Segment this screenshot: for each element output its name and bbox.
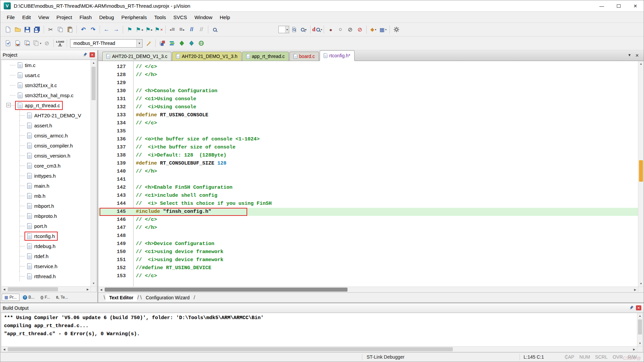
debug-windows-button[interactable]: ▦▾ — [378, 24, 388, 35]
configure-button[interactable] — [391, 24, 401, 35]
find-combobox[interactable]: ▼ — [278, 26, 289, 33]
bookmark-clear-all-button[interactable]: ⚑✕ — [154, 24, 164, 35]
scroll-up-button[interactable]: ▲ — [638, 61, 644, 67]
mode-tab-text-editor[interactable]: Text Editor — [106, 294, 137, 301]
uncomment-selection-button[interactable]: // — [197, 24, 206, 35]
tree-item-assert-h[interactable]: assert.h — [1, 120, 91, 130]
close-document-button[interactable]: ✕ — [635, 53, 639, 58]
code-line-145[interactable]: 145#include "finsh_config.h" — [98, 208, 638, 216]
code-line-135[interactable]: 135 — [98, 127, 638, 135]
scroll-left-button[interactable]: ◀ — [1, 287, 7, 292]
new-file-button[interactable] — [3, 24, 13, 35]
code-line-143[interactable]: 143// <c1>include shell config — [98, 192, 638, 200]
unindent-button[interactable]: ◂≡ — [167, 24, 177, 35]
start-stop-debug-button[interactable]: d▾ — [312, 24, 322, 35]
tree-item-rtdef-h[interactable]: rtdef.h — [1, 251, 91, 261]
target-select[interactable]: modbus_RT-Thread ▼ — [70, 39, 143, 48]
code-line-148[interactable]: 148 — [98, 232, 638, 240]
menu-view[interactable]: View — [35, 13, 53, 22]
restore-button[interactable] — [610, 0, 627, 11]
manage-component-button[interactable] — [157, 38, 167, 48]
manage-rte-button[interactable] — [177, 38, 186, 48]
menu-peripherals[interactable]: Peripherals — [118, 13, 151, 22]
scroll-up-button[interactable]: ▲ — [91, 60, 97, 66]
pin-button[interactable] — [630, 305, 634, 311]
mode-tab-configuration-wizard[interactable]: Configuration Wizard — [142, 294, 193, 301]
target-options-button[interactable] — [144, 38, 154, 48]
code-line-131[interactable]: 131// <c1>Using console — [98, 95, 638, 103]
editor-tab-aht20-21-demo-v1-3-c[interactable]: AHT20-21_DEMO_V1_3.c — [102, 52, 171, 61]
navigate-back-button[interactable]: ← — [102, 24, 111, 35]
save-button[interactable] — [22, 24, 32, 35]
code-line-150[interactable]: 150// <c1>using device framework — [98, 248, 638, 256]
pin-button[interactable] — [83, 52, 88, 58]
panel-tab-pr[interactable]: ▦Pr... — [2, 294, 19, 301]
tab-list-dropdown-button[interactable]: ▼ — [628, 53, 631, 58]
tree-item-cmsis-compiler-h[interactable]: cmsis_compiler.h — [1, 140, 91, 150]
project-panel-close-button[interactable]: ✕ — [90, 52, 95, 57]
editor-tab-board-c[interactable]: board.c — [289, 52, 319, 61]
code-line-136[interactable]: 136// <o>the buffer size of console <1-1… — [98, 135, 638, 143]
cut-button[interactable]: ✂ — [46, 24, 55, 35]
editor-tab-app-rt-thread-c[interactable]: app_rt_thread.c — [242, 52, 289, 61]
tree-item-mbproto-h[interactable]: mbproto.h — [1, 211, 91, 221]
download-button[interactable]: LOAD — [55, 38, 65, 48]
code-line-132[interactable]: 132// <i>Using console — [98, 103, 638, 111]
code-line-146[interactable]: 146// </c> — [98, 216, 638, 224]
tree-item-mbport-h[interactable]: mbport.h — [1, 201, 91, 211]
undo-button[interactable]: ↶ — [78, 24, 88, 35]
indent-button[interactable]: ≡▸ — [177, 24, 187, 35]
tree-item-stm32f1xx-it-c[interactable]: stm32f1xx_it.c — [1, 80, 91, 90]
code-line-141[interactable]: 141 — [98, 176, 638, 184]
code-line-153[interactable]: 153// </c> — [98, 272, 638, 280]
bookmark-toggle-button[interactable]: ⚑ — [125, 24, 135, 35]
open-file-button[interactable] — [13, 24, 22, 35]
build-output-close-button[interactable]: ✕ — [636, 305, 641, 310]
code-line-140[interactable]: 140// </h> — [98, 168, 638, 176]
scrollbar-thumb[interactable] — [639, 160, 643, 182]
tree-item-rtservice-h[interactable]: rtservice.h — [1, 261, 91, 271]
build-button[interactable] — [13, 38, 22, 48]
scroll-left-button[interactable]: ◀ — [98, 287, 104, 293]
disable-all-breakpoints-button[interactable]: ⊘ — [345, 24, 355, 35]
tree-item-inttypes-h[interactable]: inttypes.h — [1, 171, 91, 181]
tree-item-rtconfig-h[interactable]: rtconfig.h — [1, 231, 91, 241]
project-horizontal-scrollbar[interactable]: ◀ ▶ — [1, 286, 91, 292]
tree-item-port-h[interactable]: port.h — [1, 221, 91, 231]
project-vertical-scrollbar[interactable]: ▲ ▼ — [91, 60, 96, 286]
comment-selection-button[interactable]: // — [187, 24, 197, 35]
scrollbar-thumb[interactable] — [105, 288, 347, 292]
scroll-right-button[interactable]: ▶ — [85, 287, 91, 292]
kill-all-breakpoints-button[interactable]: ⊘ — [355, 24, 365, 35]
editor-tab-rtconfig-h[interactable]: rtconfig.h* — [320, 50, 355, 61]
books-stack-button[interactable] — [167, 38, 177, 48]
environment-button[interactable] — [186, 38, 196, 48]
paste-button[interactable] — [65, 24, 75, 35]
bookmark-next-button[interactable]: ⚑▸ — [144, 24, 154, 35]
tree-item-rtthread-h[interactable]: rtthread.h — [1, 271, 91, 281]
tree-item-stm32f1xx-hal-msp-c[interactable]: stm32f1xx_hal_msp.c — [1, 90, 91, 100]
scroll-right-button[interactable]: ▶ — [632, 287, 638, 293]
panel-tab-f[interactable]: {}F... — [38, 294, 53, 301]
code-lines[interactable]: 127// </c>128// </h>129130// <h>Console … — [98, 61, 638, 287]
code-line-127[interactable]: 127// </c> — [98, 63, 638, 71]
tree-item-cmsis-armcc-h[interactable]: cmsis_armcc.h — [1, 130, 91, 140]
tree-item-app-rt-thread-c[interactable]: app_rt_thread.c — [1, 100, 91, 110]
scroll-left-button[interactable]: ◀ — [1, 347, 7, 352]
bookmark-prev-button[interactable]: ⚑◂ — [135, 24, 144, 35]
build-output-vertical-scrollbar[interactable]: ▲ ▼ — [637, 313, 643, 346]
tree-item-usart-c[interactable]: usart.c — [1, 70, 91, 80]
minimize-button[interactable]: — — [593, 0, 610, 11]
menu-project[interactable]: Project — [53, 13, 76, 22]
tree-item-tim-c[interactable]: tim.c — [1, 60, 91, 70]
code-line-144[interactable]: 144// <i> Select this choice if you usin… — [98, 200, 638, 208]
redo-button[interactable]: ↷ — [88, 24, 98, 35]
incremental-find-button[interactable]: ▾ — [299, 24, 309, 35]
scroll-down-button[interactable]: ▼ — [638, 281, 644, 287]
tree-item-main-h[interactable]: main.h — [1, 181, 91, 191]
insert-breakpoint-button[interactable]: ● — [326, 24, 335, 35]
code-line-147[interactable]: 147// </h> — [98, 224, 638, 232]
code-line-129[interactable]: 129 — [98, 79, 638, 87]
scroll-up-button[interactable]: ▲ — [637, 313, 643, 319]
scrollbar-thumb[interactable] — [638, 319, 642, 335]
